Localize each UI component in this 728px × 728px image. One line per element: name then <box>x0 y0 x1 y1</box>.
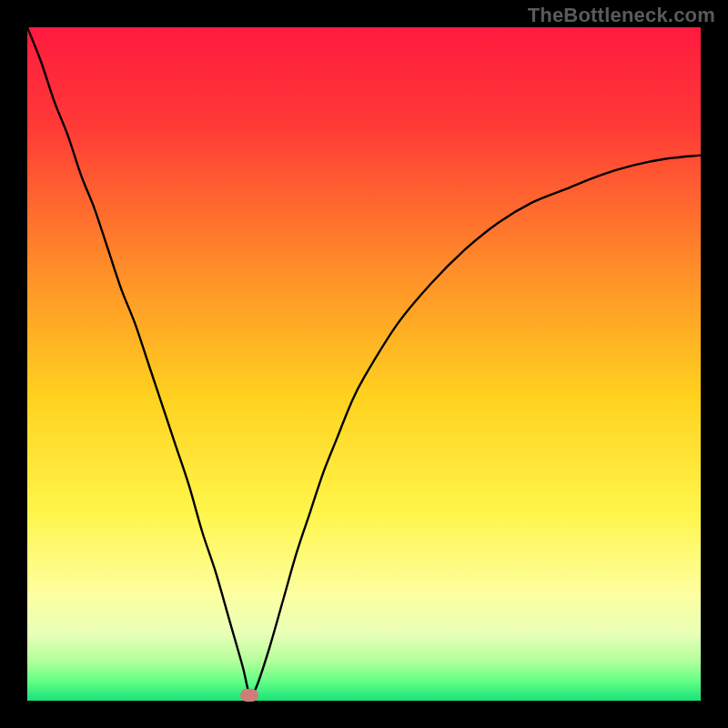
plot-svg <box>27 27 701 701</box>
plot-area <box>27 27 701 701</box>
gradient-background <box>27 27 701 701</box>
watermark-text: TheBottleneck.com <box>528 4 715 27</box>
optimum-marker <box>240 689 258 702</box>
chart-frame: TheBottleneck.com <box>0 0 728 728</box>
